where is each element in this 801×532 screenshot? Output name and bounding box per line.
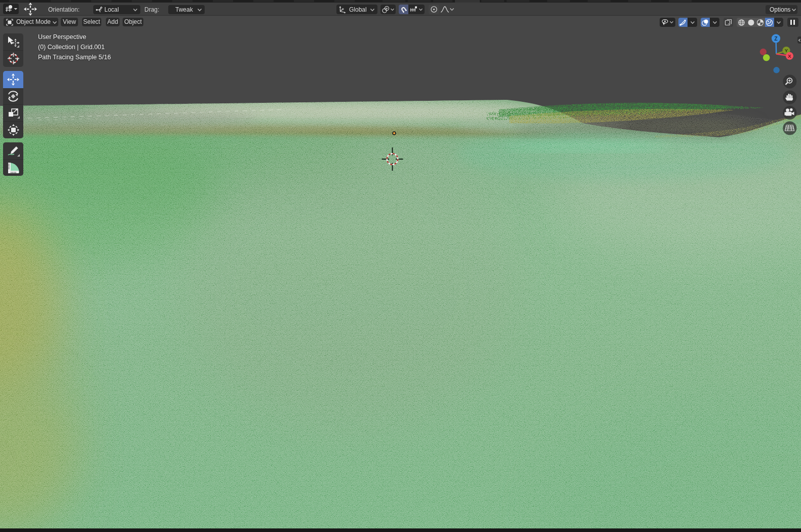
svg-text:Y: Y	[785, 48, 788, 53]
svg-text:X: X	[788, 53, 791, 59]
svg-text:Z: Z	[774, 35, 778, 42]
